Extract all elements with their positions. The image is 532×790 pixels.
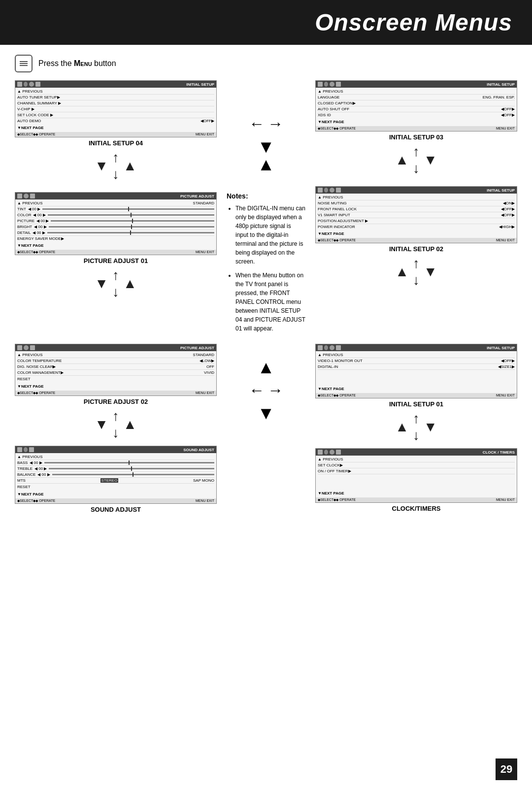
initial-setup-02-footer: ◆SELECT◆◆ OPERATEMENU EXIT [316,238,517,243]
initial-setup-03-label: INITIAL SETUP 03 [315,133,517,141]
picture-adjust-01-screen: PICTURE ADJUST ▲ PREVIOUSSTANDARD TINT◀ … [15,192,217,255]
top-v-arrows: ▼ ▲ [257,138,275,173]
up-arrow-icon: ↑ [112,408,119,424]
sound-adjust-footer: ◆SELECT◆◆ OPERATEMENU EXIT [15,498,216,503]
svg-rect-2 [20,65,28,66]
top-columns: INITIAL SETUP ▲ PREVIOUS AUTO TUNER SETU… [15,80,517,342]
right-arrow-icon: ▼ [424,264,437,280]
picture-adjust-01-block: PICTURE ADJUST ▲ PREVIOUSSTANDARD TINT◀ … [15,192,217,305]
initial-setup-02-header: INITIAL SETUP [316,187,517,194]
initial-setup-01-label: INITIAL SETUP 01 [315,400,517,408]
picture-adjust-01-label: PICTURE ADJUST 01 [15,257,217,264]
up-arrow-icon: ↑ [112,267,119,283]
menu-row: AUTO SHUT OFF◀OFF▶ [318,106,515,112]
right-h-arrow-icon: → [267,381,283,399]
initial-setup-03-arrows: ▲ ↑ ↓ ▼ [315,144,517,176]
press-menu-instruction: Press the Menu button [15,55,517,72]
up-v-icon: ▲ [257,156,275,173]
note-item: When the Menu button on the TV front pan… [235,271,305,333]
right-h-arrow-icon: → [267,115,283,133]
picture-adjust-02-arrows: ▼ ↑ ↓ ▲ [15,408,217,441]
menu-row: ▲ PREVIOUS [318,195,515,200]
next-page-label: ▼NEXT PAGE [15,125,216,131]
menu-row: V-CHIP ▶ [17,106,214,112]
up-arrow-icon: ↑ [413,256,420,271]
sound-adjust-header-title: SOUND ADJUST [183,448,214,452]
bottom-v-arrows-bot: ▼ [257,404,275,422]
menu-row: COLOR TEMPERATURE◀LOW▶ [17,358,214,364]
page-title: Onscreen Menus [315,9,512,35]
menu-row: ▲ PREVIOUSSTANDARD [17,200,214,206]
initial-setup-01-header: INITIAL SETUP [316,344,517,351]
picture-adjust-01-footer: ◆SELECT◆◆ OPERATEMENU EXIT [15,250,216,255]
next-page-label: ▼NEXT PAGE [316,386,517,392]
next-page-label: ▼NEXT PAGE [316,230,517,237]
initial-setup-03-block: INITIAL SETUP ▲ PREVIOUS LANGUAGEENG. FR… [315,80,517,181]
top-h-arrows: ← → [249,115,283,133]
menu-row: ▲ PREVIOUS [17,89,214,95]
picture-adjust-01-body: ▲ PREVIOUSSTANDARD TINT◀ 00 ▶ COLOR◀ 00 … [15,199,216,242]
menu-row: ▲ PREVIOUSSTANDARD [17,352,214,358]
notes-list: The DIGITAL-IN menu can only be displaye… [227,204,305,333]
menu-row: XDS ID◀OFF▶ [318,112,515,118]
initial-setup-04-footer: ◆SELECT◆◆ OPERATEMENU EXIT [15,132,216,137]
left-h-arrow-icon: ← [249,115,265,133]
picture-adjust-02-body: ▲ PREVIOUSSTANDARD COLOR TEMPERATURE◀LOW… [15,351,216,383]
reset-label: RESET [17,376,214,382]
picture-adjust-02-label: PICTURE ADJUST 02 [15,398,217,405]
menu-row: SET LOCK CODE ▶ [17,112,214,118]
next-page-label: ▼NEXT PAGE [15,383,216,390]
left-arrow-icon: ▼ [95,276,108,292]
page-number: 29 [496,758,517,780]
picture-adjust-02-block: PICTURE ADJUST ▲ PREVIOUSSTANDARD COLOR … [15,344,217,441]
menu-row: NOISE MUTING◀ON▶ [318,200,515,206]
picture-adjust-02-footer: ◆SELECT◆◆ OPERATEMENU EXIT [15,391,216,395]
menu-row: ▲ PREVIOUS [318,89,515,95]
clock-timers-label: CLOCK/TIMERS [315,505,517,512]
menu-row: MTSSTEREO SAP MONO [17,478,214,484]
initial-setup-03-screen: INITIAL SETUP ▲ PREVIOUS LANGUAGEENG. FR… [315,80,517,132]
left-h-arrow-icon: ← [249,381,265,399]
down-arrow-icon: ↓ [413,428,420,443]
initial-setup-03-header-title: INITIAL SETUP [487,82,515,87]
initial-setup-01-screen: INITIAL SETUP ▲ PREVIOUS VIDEO-1 MONITOR… [315,344,517,398]
menu-row: CLOSED CAPTION▶ [318,100,515,106]
initial-setup-01-arrows: ▲ ↑ ↓ ▼ [315,411,517,443]
menu-row: TREBLE◀ 00 ▶ [17,466,214,472]
main-content: Press the Menu button INITIAL SETUP [0,45,532,526]
up-arrow-icon: ↑ [413,411,420,427]
bottom-left-column: PICTURE ADJUST ▲ PREVIOUSSTANDARD COLOR … [15,344,217,516]
note-item: The DIGITAL-IN menu can only be displaye… [235,204,305,266]
menu-row: ▲ PREVIOUS [318,352,515,358]
menu-row: AUTO TUNER SETUP▶ [17,95,214,100]
initial-setup-02-block: INITIAL SETUP ▲ PREVIOUS NOISE MUTING◀ON… [315,186,517,293]
menu-row: CHANNEL SUMMARY ▶ [17,100,214,106]
menu-row: DIGITAL-IN◀SIZE1▶ [318,364,515,370]
initial-setup-04-block: INITIAL SETUP ▲ PREVIOUS AUTO TUNER SETU… [15,80,217,187]
menu-row: DETAIL◀ 00 ▶ [17,230,214,236]
down-v-icon: ▼ [257,404,275,422]
menu-row: DIG. NOISE CLEAR▶OFF [17,364,214,370]
sound-adjust-header: SOUND ADJUST [15,446,216,453]
sound-adjust-body: ▲ PREVIOUS BASS◀ 00 ▶ TREBLE◀ 00 ▶ BALAN… [15,453,216,491]
left-column: INITIAL SETUP ▲ PREVIOUS AUTO TUNER SETU… [15,80,217,342]
bottom-right-column: INITIAL SETUP ▲ PREVIOUS VIDEO-1 MONITOR… [315,344,517,516]
menu-row: PICTURE◀ 00 ▶ [17,218,214,224]
clock-timers-body: ▲ PREVIOUS SET CLOCK▶ ON / OFF TIMER▶ [316,456,517,490]
up-v-icon: ▲ [257,359,275,376]
menu-row: COLOR MANAGEMENT▶VIVID [17,370,214,376]
menu-row: BRIGHT◀ 00 ▶ [17,224,214,230]
menu-row: BASS◀ 00 ▶ [17,460,214,466]
right-column: INITIAL SETUP ▲ PREVIOUS LANGUAGEENG. FR… [315,80,517,342]
down-arrow-icon: ↓ [112,425,119,441]
left-arrow-icon: ▲ [395,152,409,168]
initial-setup-01-header-title: INITIAL SETUP [487,346,515,350]
clock-timers-footer: ◆SELECT◆◆ OPERATEMENU EXIT [316,497,517,502]
left-arrow-icon: ▼ [95,158,108,174]
sound-adjust-screen: SOUND ADJUST ▲ PREVIOUS BASS◀ 00 ▶ TREBL… [15,446,217,504]
initial-setup-04-header: INITIAL SETUP [15,81,216,88]
menu-row: ON / OFF TIMER▶ [318,468,515,474]
down-arrow-icon: ↓ [112,166,119,182]
initial-setup-02-label: INITIAL SETUP 02 [315,245,517,253]
initial-setup-01-body: ▲ PREVIOUS VIDEO-1 MONITOR OUT◀OFF▶ DIGI… [316,351,517,386]
